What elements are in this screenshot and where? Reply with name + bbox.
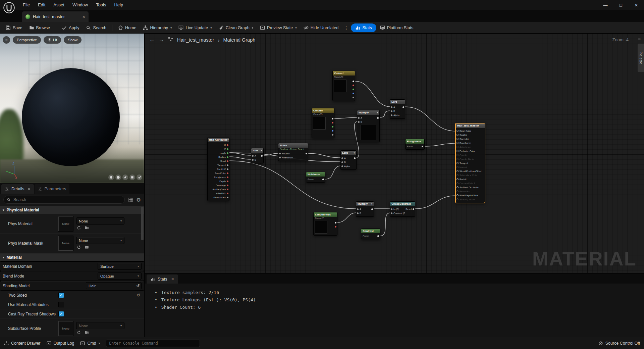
tab-stats[interactable]: Stats ✕	[147, 275, 178, 284]
material-graph-canvas[interactable]: Colour!Param2DColour!Param2DHair Attribu…	[144, 34, 644, 273]
pin[interactable]	[227, 160, 228, 162]
pin[interactable]	[341, 161, 343, 163]
forward-arrow-icon[interactable]: →	[159, 37, 164, 43]
asset-thumbnail[interactable]: None	[58, 321, 73, 336]
preview-shape-cube-icon[interactable]	[129, 174, 135, 180]
details-scrollbar[interactable]	[141, 207, 144, 240]
pin[interactable]	[457, 174, 459, 176]
preview-viewport[interactable]: ≡PerspectiveLitShow Z X	[0, 34, 144, 183]
pin[interactable]	[335, 222, 336, 223]
breadcrumb-current[interactable]: Material Graph	[223, 37, 255, 43]
pin[interactable]	[457, 162, 459, 164]
node-add[interactable]: Add▾AB	[251, 148, 264, 163]
details-close-icon[interactable]: ✕	[28, 187, 30, 191]
node-noisiness[interactable]: NoisinessParam	[306, 172, 325, 183]
preview-state-button[interactable]: Preview State▾	[257, 23, 300, 32]
pin[interactable]	[457, 178, 459, 180]
node-roughness-param[interactable]: RoughnessParam	[405, 139, 425, 150]
browse-to-asset-icon[interactable]	[85, 245, 89, 249]
tab-details[interactable]: Details ✕	[1, 184, 34, 194]
reset-to-default-icon[interactable]: ↺	[137, 293, 140, 298]
search-button[interactable]: Search	[83, 23, 109, 32]
pin[interactable]	[353, 89, 354, 90]
tab-hair-test-master[interactable]: Hair_test_master ✕	[22, 11, 89, 22]
node-hair-test-master[interactable]: Hair_test_masterBase ColorScatterSpecula…	[455, 123, 485, 203]
pin[interactable]	[357, 212, 359, 214]
tab-close-icon[interactable]: ✕	[83, 15, 85, 19]
dropdown-none[interactable]: None▾	[76, 217, 124, 225]
pin[interactable]	[335, 226, 336, 228]
pin[interactable]	[227, 197, 228, 198]
pin[interactable]	[391, 110, 392, 112]
dropdown-none[interactable]: None▾	[76, 237, 124, 244]
pin[interactable]	[457, 142, 459, 144]
menu-edit[interactable]: Edit	[34, 0, 49, 10]
pin[interactable]	[227, 164, 228, 166]
node-lengthiness[interactable]: LengthinessParam2D	[313, 212, 337, 236]
checkbox-cast-ray-traced-shadows[interactable]: ✓	[58, 311, 64, 317]
stats-close-icon[interactable]: ✕	[171, 277, 174, 281]
pin[interactable]	[457, 166, 459, 168]
pin[interactable]	[306, 153, 307, 154]
pin[interactable]	[358, 121, 360, 123]
browse-button[interactable]: Browse	[26, 23, 53, 32]
pin[interactable]	[227, 156, 228, 158]
back-arrow-icon[interactable]: ←	[149, 37, 155, 43]
minimize-button[interactable]: —	[598, 0, 613, 10]
pin[interactable]	[391, 106, 392, 108]
preview-shape-custom-mesh-icon[interactable]	[137, 174, 142, 180]
pin[interactable]	[402, 106, 404, 108]
pin[interactable]	[227, 193, 228, 194]
output-log-button[interactable]: Output Log	[47, 341, 74, 346]
viewport-menu-icon[interactable]: ≡	[3, 36, 10, 44]
pin[interactable]	[357, 208, 359, 210]
menu-window[interactable]: Window	[68, 0, 92, 10]
pin[interactable]	[358, 117, 360, 119]
material-preview-sphere[interactable]	[22, 68, 120, 166]
node-contrast[interactable]: ContrastParam	[361, 229, 380, 239]
pin[interactable]	[252, 159, 254, 161]
pin[interactable]	[227, 177, 228, 178]
pin[interactable]	[457, 138, 459, 140]
dropdown-hair[interactable]: Hair▾	[86, 282, 142, 289]
menu-file[interactable]: File	[19, 0, 34, 10]
dropdown-opaque[interactable]: Opaque▾	[98, 272, 142, 280]
details-search[interactable]	[3, 196, 125, 204]
pin[interactable]	[279, 153, 281, 154]
pin[interactable]	[413, 208, 414, 210]
pin[interactable]	[457, 150, 459, 152]
pin[interactable]	[227, 148, 228, 150]
pin[interactable]	[227, 185, 228, 186]
checkbox-two-sided[interactable]: ✓	[58, 292, 64, 298]
unreal-engine-logo-icon[interactable]	[3, 1, 15, 14]
apply-button[interactable]: Apply	[59, 23, 82, 32]
menu-asset[interactable]: Asset	[49, 0, 68, 10]
pin[interactable]	[457, 146, 459, 148]
viewport-lit-button[interactable]: Lit	[44, 36, 61, 44]
viewport-perspective-button[interactable]: Perspective	[13, 36, 41, 44]
console-command-input[interactable]	[106, 340, 200, 347]
pin[interactable]	[227, 172, 228, 174]
section-physical-material[interactable]: ▾Physical Material	[0, 206, 144, 214]
pin[interactable]	[353, 97, 354, 98]
pin[interactable]	[227, 152, 228, 154]
more-options-icon[interactable]: ⋮	[342, 25, 350, 31]
content-drawer-button[interactable]: Content Drawer	[4, 341, 41, 346]
cmd-dropdown[interactable]: Cmd ▾	[80, 341, 100, 346]
pin[interactable]	[227, 144, 228, 146]
viewport-show-button[interactable]: Show	[64, 36, 82, 44]
hierarchy-button[interactable]: Hierarchy▾	[140, 23, 175, 32]
use-selected-asset-icon[interactable]	[77, 245, 81, 249]
pin[interactable]	[391, 208, 392, 210]
menu-help[interactable]: Help	[110, 0, 127, 10]
pin[interactable]	[422, 146, 423, 147]
pin[interactable]	[261, 155, 263, 157]
preview-shape-sphere-icon[interactable]	[115, 174, 121, 180]
asset-thumbnail[interactable]: None	[58, 236, 73, 251]
node-lerp-top[interactable]: LerpABAlpha	[390, 99, 405, 119]
pin[interactable]	[391, 212, 392, 214]
pin[interactable]	[457, 154, 459, 156]
pin[interactable]	[377, 235, 379, 237]
details-search-input[interactable]	[13, 197, 121, 202]
live-update-button[interactable]: Live Update▾	[175, 23, 215, 32]
